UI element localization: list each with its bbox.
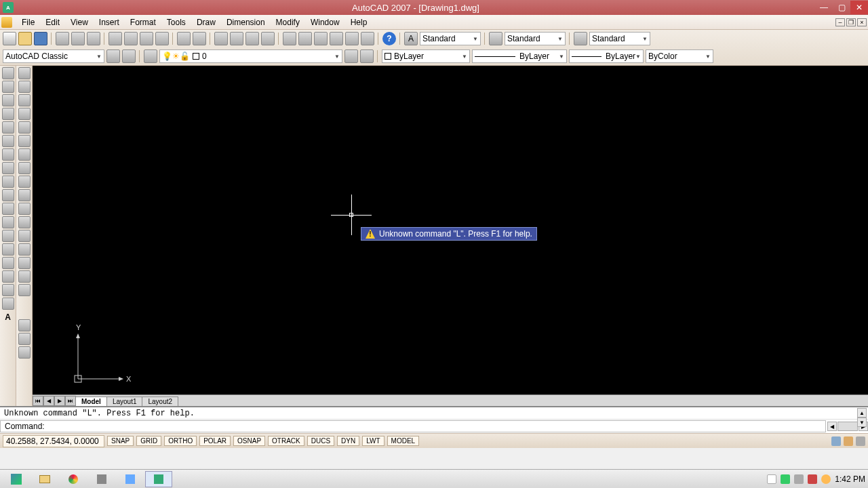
spline-icon[interactable] (2, 176, 14, 188)
table-style-icon[interactable] (574, 32, 587, 45)
workspace-settings-icon[interactable] (106, 49, 120, 63)
quickcalc-icon[interactable] (361, 32, 374, 45)
tray-action-icon[interactable] (808, 474, 817, 484)
app-document-icon[interactable] (1, 17, 12, 28)
tab-layout2[interactable]: Layout2 (142, 396, 178, 406)
workspace-save-icon[interactable] (122, 49, 136, 63)
otrack-toggle[interactable]: OTRACK (268, 436, 304, 446)
plotstyle-dropdown[interactable]: ByColor▼ (646, 49, 713, 63)
array-icon[interactable] (18, 121, 31, 134)
drawing-area[interactable]: ! Unknown command "L". Press F1 for help… (33, 66, 868, 406)
markup-icon[interactable] (345, 32, 359, 45)
status-lock-icon[interactable] (844, 436, 853, 446)
copy-icon[interactable] (124, 32, 138, 45)
status-comm-icon[interactable] (831, 436, 841, 446)
properties-icon[interactable] (283, 32, 296, 45)
draworder-above-icon[interactable] (18, 346, 31, 359)
dyn-toggle[interactable]: DYN (337, 436, 359, 446)
polyline-icon[interactable] (2, 94, 14, 106)
tab-nav-first-icon[interactable]: ⏮ (33, 396, 43, 406)
new-icon[interactable] (3, 32, 16, 45)
copy-object-icon[interactable] (18, 81, 31, 93)
undo-icon[interactable] (177, 32, 191, 45)
cut-icon[interactable] (108, 32, 122, 45)
workspace-dropdown[interactable]: AutoCAD Classic▼ (3, 49, 104, 63)
break-at-point-icon[interactable] (18, 216, 31, 228)
table-style-dropdown[interactable]: Standard▼ (589, 32, 650, 45)
text-style-icon[interactable]: A (404, 32, 418, 45)
cmd-scroll-thumb[interactable] (837, 422, 858, 431)
circle-icon[interactable] (2, 148, 14, 161)
maximize-button[interactable]: ▢ (833, 1, 850, 14)
help-icon[interactable]: ? (382, 32, 396, 45)
tab-nav-prev-icon[interactable]: ◀ (43, 396, 54, 406)
stretch-icon[interactable] (18, 176, 31, 188)
osnap-toggle[interactable]: OSNAP (233, 436, 265, 446)
cmd-scroll-down-icon[interactable]: ▼ (857, 418, 867, 427)
dim-style-dropdown[interactable]: Standard▼ (505, 32, 566, 45)
tab-layout1[interactable]: Layout1 (106, 396, 143, 406)
status-tray-icon[interactable] (856, 436, 865, 446)
task-app1[interactable] (88, 471, 115, 487)
menu-view[interactable]: View (65, 16, 94, 29)
scale-icon[interactable] (18, 162, 31, 174)
publish-icon[interactable] (87, 32, 100, 45)
cmd-scroll-up-icon[interactable]: ▲ (857, 408, 867, 418)
ellipse-arc-icon[interactable] (2, 203, 14, 215)
task-autocad[interactable] (145, 471, 172, 487)
mdi-close-button[interactable]: × (857, 18, 867, 26)
close-button[interactable]: ✕ (850, 1, 868, 14)
tab-model[interactable]: Model (75, 396, 107, 406)
cmd-scroll-left-icon[interactable]: ◀ (827, 422, 837, 431)
start-button[interactable] (3, 471, 30, 487)
task-explorer[interactable] (31, 471, 58, 487)
minimize-button[interactable]: — (815, 1, 833, 14)
command-line[interactable]: Command: (0, 420, 826, 432)
tray-weather-icon[interactable] (821, 474, 831, 484)
task-app2[interactable] (117, 471, 144, 487)
linetype-dropdown[interactable]: ByLayer▼ (472, 49, 567, 63)
tray-volume-icon[interactable] (794, 474, 804, 484)
lineweight-dropdown[interactable]: ByLayer▼ (569, 49, 644, 63)
hatch-icon[interactable] (2, 257, 14, 269)
coordinates-display[interactable]: 40.2588, 27.5434, 0.0000 (3, 435, 104, 447)
layer-previous-icon[interactable] (344, 49, 358, 63)
save-icon[interactable] (34, 32, 47, 45)
menu-draw[interactable]: Draw (191, 16, 221, 29)
menu-window[interactable]: Window (305, 16, 345, 29)
menu-tools[interactable]: Tools (161, 16, 191, 29)
match-properties-icon[interactable] (155, 32, 169, 45)
design-center-icon[interactable] (298, 32, 312, 45)
break-icon[interactable] (18, 230, 31, 242)
dim-style-icon[interactable] (489, 32, 502, 45)
paste-icon[interactable] (140, 32, 153, 45)
menu-edit[interactable]: Edit (40, 16, 65, 29)
mtext-icon[interactable]: A (2, 311, 14, 323)
trim-icon[interactable] (18, 189, 31, 201)
zoom-realtime-icon[interactable] (230, 32, 243, 45)
tab-nav-next-icon[interactable]: ▶ (54, 396, 65, 406)
menu-modify[interactable]: Modify (271, 16, 305, 29)
color-dropdown[interactable]: ByLayer▼ (382, 49, 470, 63)
menu-dimension[interactable]: Dimension (221, 16, 271, 29)
tool-palettes-icon[interactable] (314, 32, 328, 45)
erase-icon[interactable] (18, 67, 31, 79)
chamfer-icon[interactable] (18, 257, 31, 269)
mdi-minimize-button[interactable]: – (835, 18, 845, 26)
draworder-front-icon[interactable] (18, 319, 31, 331)
table-icon[interactable] (2, 298, 14, 310)
menu-help[interactable]: Help (345, 16, 373, 29)
ducs-toggle[interactable]: DUCS (307, 436, 334, 446)
tray-clock[interactable]: 1:42 PM (835, 474, 865, 484)
gradient-icon[interactable] (2, 270, 14, 283)
rectangle-icon[interactable] (2, 121, 14, 134)
explode-icon[interactable] (18, 284, 31, 296)
mdi-restore-button[interactable]: ❐ (846, 18, 856, 26)
layer-manager-icon[interactable] (144, 49, 157, 63)
layer-states-icon[interactable] (360, 49, 374, 63)
tray-network-icon[interactable] (781, 474, 790, 484)
pan-icon[interactable] (214, 32, 228, 45)
mirror-icon[interactable] (18, 94, 31, 106)
revcloud-icon[interactable] (2, 162, 14, 174)
ortho-toggle[interactable]: ORTHO (164, 436, 197, 446)
